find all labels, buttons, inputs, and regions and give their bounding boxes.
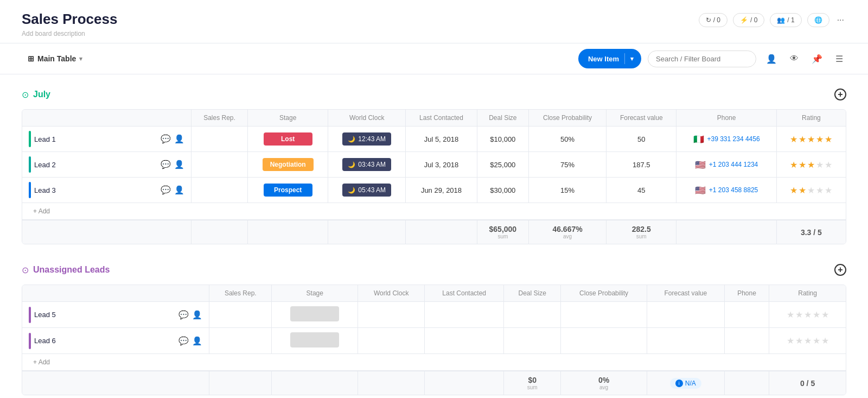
app-title: Sales Process (22, 11, 117, 28)
star-3[interactable]: ★ (807, 134, 815, 144)
app-header: Sales Process Add board description ↻ / … (0, 0, 868, 43)
lead1-sales-rep (191, 127, 247, 152)
lead6-forecast (647, 328, 724, 354)
lead5-stage-cell[interactable] (272, 302, 358, 328)
group-unassigned-collapse-icon[interactable]: ⊙ (22, 265, 29, 275)
moon-icon3: 🌙 (348, 187, 355, 194)
add-item-cell[interactable]: + Add (22, 203, 846, 220)
col-phone: Phone (676, 110, 776, 127)
group-unassigned-add-button[interactable]: + (834, 264, 846, 276)
lead1-person-icon[interactable]: 👤 (174, 134, 184, 144)
summary-u-rating: 0 / 5 (769, 371, 846, 395)
integration-button[interactable]: ⚡ / 0 (733, 13, 764, 27)
lead1-stage-cell[interactable]: Lost (248, 127, 328, 152)
star-2[interactable]: ★ (799, 160, 806, 170)
lead3-name: Lead 3 (34, 186, 157, 194)
summary-u-empty-1 (22, 371, 209, 395)
group-unassigned-table-wrapper: Sales Rep. Stage World Clock Last Contac… (22, 285, 846, 395)
star-4[interactable]: ★ (813, 309, 820, 320)
col-rating: Rating (776, 110, 846, 127)
table-selector[interactable]: ⊞ Main Table ▾ (22, 50, 88, 67)
group-july-collapse-icon[interactable]: ⊙ (22, 90, 29, 100)
star-4[interactable]: ★ (816, 134, 824, 144)
summary-u-empty-5 (425, 371, 504, 395)
pin-button[interactable]: 📌 (808, 52, 826, 66)
invite-button[interactable]: 🌐 (807, 13, 829, 27)
lead1-phone[interactable]: +39 331 234 4456 (707, 135, 760, 143)
star-2[interactable]: ★ (795, 336, 803, 346)
summary-empty-4 (328, 220, 406, 244)
table-row: Lead 6 💬 👤 (22, 328, 846, 354)
lead3-phone[interactable]: +1 203 458 8825 (709, 186, 758, 194)
lead2-person-icon[interactable]: 👤 (174, 160, 184, 169)
summary-u-empty-2 (209, 371, 272, 395)
lead5-person-icon[interactable]: 👤 (192, 310, 202, 320)
lead6-comment-icon[interactable]: 💬 (178, 336, 189, 346)
summary-close-prob-label: avg (535, 233, 599, 239)
more-options-button[interactable]: ··· (835, 13, 846, 27)
star-1[interactable]: ★ (787, 309, 794, 320)
lead5-comment-icon[interactable]: 💬 (178, 310, 189, 320)
lead2-forecast: 187.5 (607, 152, 676, 178)
summary-forecast: 282.5 sum (607, 220, 676, 244)
search-input[interactable] (648, 50, 756, 67)
lead6-stage-cell[interactable] (272, 328, 358, 354)
lead5-last-contacted (425, 302, 504, 328)
summary-deal-size-label: sum (484, 233, 522, 239)
lead1-name: Lead 1 (34, 135, 157, 143)
star-5[interactable]: ★ (825, 185, 832, 195)
table-row: Lead 2 💬 👤 Negotiation 🌙03:43 AM (22, 152, 846, 178)
table-row: Lead 1 💬 👤 Lost 🌙12:43 AM Jul 5, (22, 127, 846, 152)
summary-close-prob-val: 46.667% (535, 225, 599, 233)
star-3[interactable]: ★ (804, 336, 812, 346)
lead3-comment-icon[interactable]: 💬 (161, 185, 171, 195)
star-1[interactable]: ★ (790, 160, 797, 170)
star-1[interactable]: ★ (787, 336, 794, 346)
members-button[interactable]: 👥 / 1 (770, 13, 801, 27)
moon-icon2: 🌙 (348, 161, 355, 168)
lead1-name-cell: Lead 1 💬 👤 (22, 127, 191, 152)
star-5[interactable]: ★ (821, 309, 829, 320)
add-row-july[interactable]: + Add (22, 203, 846, 220)
new-item-button[interactable]: New Item ▾ (578, 49, 641, 68)
col-close-prob: Close Probability (528, 110, 606, 127)
eye-filter-button[interactable]: 👁 (787, 52, 802, 66)
lead2-phone[interactable]: +1 203 444 1234 (709, 161, 758, 168)
lead6-person-icon[interactable]: 👤 (192, 336, 202, 346)
lead2-comment-icon[interactable]: 💬 (161, 160, 171, 169)
lead1-comment-icon[interactable]: 💬 (161, 134, 171, 144)
lead2-stage-cell[interactable]: Negotiation (248, 152, 328, 178)
lead5-sales-rep (209, 302, 272, 328)
filter-button[interactable]: ☰ (832, 52, 846, 66)
star-5[interactable]: ★ (821, 336, 829, 346)
star-5[interactable]: ★ (825, 160, 832, 170)
col-sales-rep: Sales Rep. (191, 110, 247, 127)
star-4[interactable]: ★ (816, 160, 824, 170)
automation-count: / 0 (713, 16, 720, 24)
group-unassigned-title: Unassigned Leads (33, 265, 110, 275)
star-3[interactable]: ★ (807, 185, 815, 195)
col-item-name-u (22, 285, 209, 302)
add-item-cell-u[interactable]: + Add (22, 354, 846, 371)
lead3-stage-cell[interactable]: Prospect (248, 178, 328, 203)
group-july: ⊙ July + Sales Rep. Stage World Clock La… (22, 85, 846, 244)
lead3-stage-badge: Prospect (264, 184, 312, 197)
star-4[interactable]: ★ (816, 185, 824, 195)
add-row-unassigned[interactable]: + Add (22, 354, 846, 371)
star-1[interactable]: ★ (790, 134, 797, 144)
group-july-add-button[interactable]: + (834, 89, 846, 100)
star-2[interactable]: ★ (799, 134, 806, 144)
lead5-deal-size (504, 302, 561, 328)
star-1[interactable]: ★ (790, 185, 797, 195)
star-2[interactable]: ★ (799, 185, 806, 195)
star-3[interactable]: ★ (807, 160, 815, 170)
lead1-flag: 🇮🇹 (693, 134, 704, 144)
star-4[interactable]: ★ (813, 336, 820, 346)
person-filter-button[interactable]: 👤 (763, 52, 780, 66)
star-2[interactable]: ★ (795, 309, 803, 320)
star-3[interactable]: ★ (804, 309, 812, 320)
star-5[interactable]: ★ (825, 134, 832, 144)
automation-button[interactable]: ↻ / 0 (699, 13, 727, 27)
lead3-person-icon[interactable]: 👤 (174, 185, 184, 195)
lead6-last-contacted (425, 328, 504, 354)
